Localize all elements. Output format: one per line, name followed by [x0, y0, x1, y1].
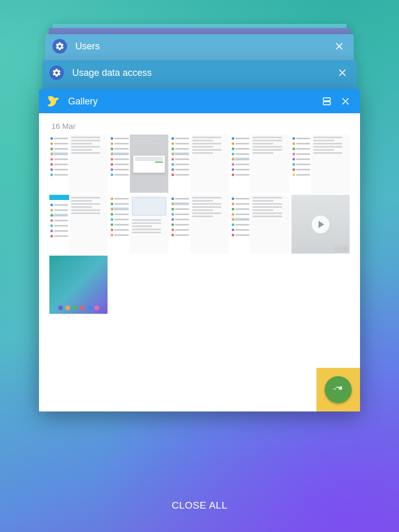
recent-card-title: Users: [75, 41, 332, 52]
video-duration: 00:20: [335, 246, 348, 252]
thumbnail[interactable]: [110, 195, 168, 253]
thumbnail-video[interactable]: 00:20: [291, 195, 350, 253]
thumbnail[interactable]: [231, 195, 289, 253]
gear-icon: [52, 39, 67, 54]
close-icon[interactable]: [332, 39, 347, 54]
recent-card-title: Usage data access: [72, 68, 335, 78]
thumbnail[interactable]: [49, 195, 108, 253]
pin-icon: [332, 383, 344, 396]
thumbnail[interactable]: [170, 135, 229, 193]
split-screen-icon[interactable]: [320, 94, 334, 109]
svg-rect-0: [323, 98, 330, 101]
pin-button[interactable]: [325, 376, 352, 403]
thumbnail[interactable]: [231, 135, 289, 193]
close-icon[interactable]: [335, 65, 350, 80]
close-icon[interactable]: [338, 94, 353, 109]
bird-icon: [46, 94, 61, 109]
recent-card-title: Gallery: [68, 96, 320, 107]
thumbnail-homescreen[interactable]: [49, 256, 108, 314]
close-all-button[interactable]: CLOSE ALL: [152, 494, 247, 517]
thumbnail[interactable]: [110, 135, 168, 193]
card-content: 16 Mar: [39, 113, 360, 411]
recent-card-usage-data-access[interactable]: Usage data access: [42, 60, 357, 89]
thumbnail-grid: 00:20: [49, 135, 350, 314]
thumbnail[interactable]: [49, 135, 108, 193]
thumbnail[interactable]: [291, 135, 350, 193]
date-header: 16 Mar: [51, 122, 350, 130]
recent-card-users[interactable]: Users: [45, 34, 354, 62]
svg-rect-1: [323, 102, 330, 105]
gear-icon: [49, 65, 64, 80]
play-icon: [312, 216, 329, 233]
card-header: Gallery: [39, 89, 360, 113]
recent-card-gallery[interactable]: Gallery 16 Mar: [39, 89, 360, 411]
thumbnail[interactable]: [170, 195, 229, 253]
pin-zone: [316, 368, 360, 411]
